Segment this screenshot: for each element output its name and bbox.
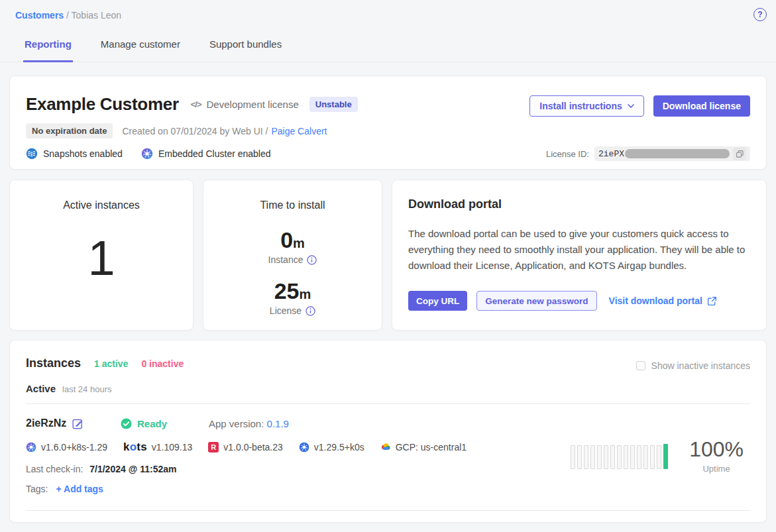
add-tags-link[interactable]: + Add tags xyxy=(56,484,103,494)
version-label: v1.29.5+k0s xyxy=(314,442,364,452)
external-link-icon xyxy=(707,296,717,306)
instance-id-wrap: 2ieRzNz xyxy=(26,417,121,429)
download-portal-actions: Copy URL Generate new password Visit dow… xyxy=(408,291,750,311)
visit-portal-link[interactable]: Visit download portal xyxy=(609,295,717,306)
license-time-label-row: License xyxy=(203,305,382,316)
show-inactive-checkbox[interactable] xyxy=(636,361,645,370)
created-by-link[interactable]: Paige Calvert xyxy=(271,126,327,136)
version-kots: kots v1.109.13 xyxy=(123,441,192,454)
version-gcp: GCP: us-central1 xyxy=(380,442,467,452)
embedded-cluster-icon xyxy=(141,148,153,160)
customer-reporting-page: Customers / Tobias Leon ? Reporting Mana… xyxy=(0,0,776,532)
tab-bar: Reporting Manage customer Support bundle… xyxy=(0,34,776,62)
uptime-bar xyxy=(663,444,668,469)
customer-meta-row: No expiration date Created on 07/01/2024… xyxy=(26,123,750,138)
info-icon[interactable] xyxy=(305,306,315,316)
uptime-bar xyxy=(637,445,641,469)
uptime-bar xyxy=(630,445,635,469)
license-id-value: 2iePX xyxy=(598,149,624,159)
license-id-row: License ID: 2iePX xyxy=(546,146,750,161)
show-inactive-toggle[interactable]: Show inactive instances xyxy=(636,360,750,371)
divider xyxy=(26,403,750,404)
install-instructions-button[interactable]: Install instructions xyxy=(529,95,643,117)
uptime-bar xyxy=(571,445,575,469)
instances-title: Instances xyxy=(26,356,81,370)
active-instances-card: Active instances 1 xyxy=(9,180,194,331)
instance-install-time: 0m xyxy=(203,229,382,251)
version-label: v1.109.13 xyxy=(152,442,193,452)
chevron-down-icon xyxy=(628,104,634,108)
instance-time-value: 0 xyxy=(280,227,293,252)
breadcrumb-customers-link[interactable]: Customers xyxy=(15,10,64,21)
time-to-install-card: Time to install 0m Instance 25m License xyxy=(203,180,382,331)
instance-row: 2ieRzNz Ready App version: 0.1.9 xyxy=(26,417,750,429)
uptime-value: 100% xyxy=(689,439,744,460)
uptime-text: 100% Uptime xyxy=(689,439,744,474)
info-icon[interactable] xyxy=(307,255,317,265)
version-label: v1.0.0-beta.23 xyxy=(223,442,283,452)
tab-manage-customer[interactable]: Manage customer xyxy=(99,34,182,62)
uptime-bar xyxy=(577,445,582,469)
download-license-button[interactable]: Download license xyxy=(653,95,750,117)
instance-id: 2ieRzNz xyxy=(26,417,66,429)
copy-url-button[interactable]: Copy URL xyxy=(408,291,467,311)
instance-time-label: Instance xyxy=(268,254,304,265)
uptime-bar xyxy=(610,445,615,469)
code-icon: </> xyxy=(191,99,201,109)
instance-time-label-row: Instance xyxy=(203,254,382,265)
license-time-label: License xyxy=(270,305,302,316)
uptime-block: 100% Uptime xyxy=(571,439,744,474)
instance-time-unit: m xyxy=(293,236,305,250)
download-portal-description: The download portal can be used to give … xyxy=(408,226,750,274)
uptime-bar xyxy=(597,445,602,469)
uptime-bar xyxy=(650,445,655,469)
stats-row: Active instances 1 Time to install 0m In… xyxy=(9,180,767,331)
license-id-field: 2iePX xyxy=(594,146,750,161)
download-portal-title: Download portal xyxy=(408,197,750,211)
divider xyxy=(26,510,750,511)
license-id-label: License ID: xyxy=(546,149,589,159)
uptime-bars-chart xyxy=(571,444,668,469)
topbar: Customers / Tobias Leon ? xyxy=(0,0,776,21)
snapshots-icon xyxy=(26,148,38,160)
copy-icon[interactable] xyxy=(733,147,746,160)
check-circle-icon xyxy=(121,418,132,429)
edit-icon[interactable] xyxy=(72,418,83,429)
uptime-label: Uptime xyxy=(689,464,744,474)
license-type-label: Development license xyxy=(207,99,299,110)
version-replicated: R v1.0.0-beta.23 xyxy=(208,442,283,452)
uptime-bar xyxy=(617,445,622,469)
instances-card: Instances 1 active 0 inactive Show inact… xyxy=(9,340,767,523)
tab-support-bundles[interactable]: Support bundles xyxy=(208,34,283,62)
generate-password-button[interactable]: Generate new password xyxy=(476,291,596,311)
expiration-badge: No expiration date xyxy=(26,123,113,138)
app-version-wrap: App version: 0.1.9 xyxy=(209,418,289,429)
help-icon[interactable]: ? xyxy=(753,8,767,21)
tags-label: Tags: xyxy=(26,484,48,494)
active-count: 1 active xyxy=(94,358,128,369)
instance-status: Ready xyxy=(137,418,167,429)
app-version-label: App version: xyxy=(209,418,264,429)
content: Example Customer </> Development license… xyxy=(0,76,776,523)
download-portal-card: Download portal The download portal can … xyxy=(392,180,767,331)
version-label: v1.6.0+k8s-1.29 xyxy=(41,442,107,452)
active-section-sublabel: last 24 hours xyxy=(62,384,111,394)
uptime-bar xyxy=(624,445,628,469)
active-section-label: Active xyxy=(26,383,56,394)
version-kubernetes: v1.29.5+k0s xyxy=(299,442,364,452)
channel-badge: Unstable xyxy=(309,97,358,112)
app-version-link[interactable]: 0.1.9 xyxy=(267,418,289,429)
header-buttons: Install instructions Download license xyxy=(529,95,750,117)
uptime-bar xyxy=(657,445,661,469)
active-instances-title: Active instances xyxy=(10,199,193,211)
embedded-cluster-icon xyxy=(26,442,36,452)
version-embedded-cluster: v1.6.0+k8s-1.29 xyxy=(26,442,107,452)
show-inactive-label: Show inactive instances xyxy=(651,360,750,371)
gcp-icon xyxy=(380,442,391,452)
tab-reporting[interactable]: Reporting xyxy=(23,34,73,62)
breadcrumb-current: Tobias Leon xyxy=(72,10,122,21)
breadcrumb-separator: / xyxy=(66,10,69,21)
install-instructions-label: Install instructions xyxy=(539,101,622,111)
visit-portal-label: Visit download portal xyxy=(609,295,702,306)
feature-snapshots: Snapshots enabled xyxy=(26,148,123,160)
